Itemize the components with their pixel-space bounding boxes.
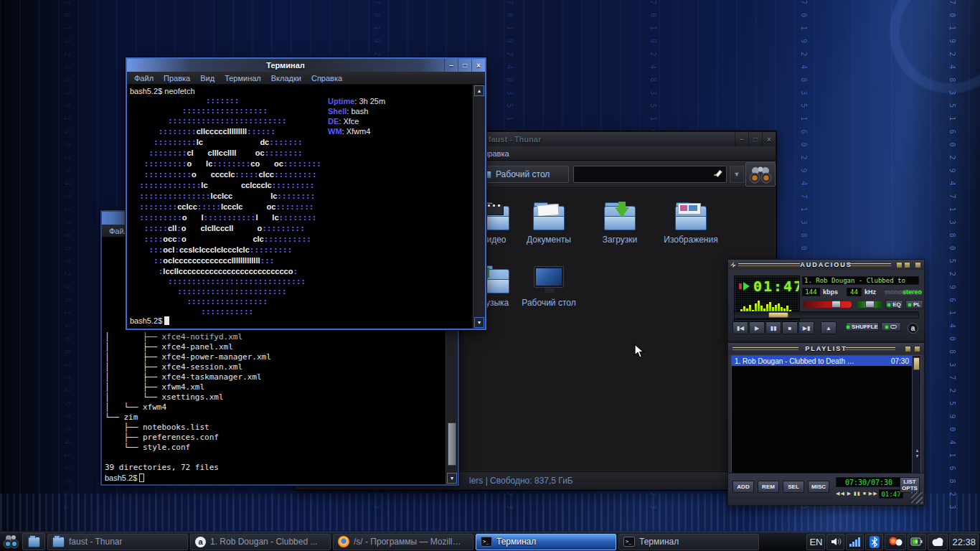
task-thunar[interactable]: faust - Thunar [47, 534, 188, 550]
close-button[interactable]: × [762, 132, 776, 146]
resize-grip[interactable] [911, 492, 923, 504]
menu-help[interactable]: Справка [307, 73, 347, 83]
playlist-entry[interactable]: 1. Rob Dougan - Clubbed to Death … 07:30 [732, 356, 912, 366]
menu-file[interactable]: Файл [130, 73, 158, 83]
scroll-down-icon[interactable]: ▾ [447, 473, 457, 484]
redshift-tray-item[interactable] [885, 534, 906, 550]
weather-tray-item[interactable] [928, 534, 948, 550]
minimize-button[interactable]: – [735, 132, 748, 146]
keyboard-layout-indicator[interactable]: EN [806, 534, 825, 550]
scroll-up-icon[interactable]: ▴ [474, 85, 484, 96]
file-item-downloads[interactable]: Загрузки [585, 200, 654, 245]
pictures-folder-icon [674, 200, 708, 232]
volume-thumb[interactable] [831, 301, 841, 308]
pause-button[interactable]: ▮▮ [765, 321, 781, 334]
terminal-front-scrollbar[interactable]: ▴ ▾ [473, 85, 485, 329]
eject-button[interactable]: ▲ [821, 321, 837, 334]
playlist-toggle-button[interactable]: PL [905, 300, 923, 309]
playlist-bottom-bar: ADD REM SEL MISC 07:30/07:30 ◀◀ ▶ ▮▮ ■ ▶… [728, 473, 924, 505]
system-tray: EN [806, 534, 979, 550]
play-indicator [743, 282, 750, 291]
terminal-front-title: Терминал [127, 61, 444, 70]
play-button[interactable]: ▶ [749, 321, 765, 334]
seek-bar[interactable] [734, 311, 919, 319]
shuffle-button[interactable]: SHUFFLE [846, 322, 879, 331]
maximize-button[interactable]: □ [458, 59, 471, 72]
playlist-list[interactable]: 1. Rob Dougan - Clubbed to Death … 07:30 [731, 355, 913, 474]
list-options-button[interactable]: LISTOPTS [900, 477, 920, 493]
menu-view[interactable]: Вид [196, 73, 219, 83]
taskbar-panel: faust - Thunar a 1. Rob Dougan - Clubbed… [0, 532, 980, 551]
select-button[interactable]: SEL [783, 481, 804, 493]
add-button[interactable]: ADD [732, 481, 754, 493]
playlist-titlebar[interactable]: PLAYLIST [728, 343, 924, 354]
lamp-icon [887, 536, 903, 547]
neofetch-ascii-logo: ::::::: :::::::::::::::::: :::::::::::::… [130, 96, 473, 317]
seek-thumb[interactable] [768, 312, 788, 318]
volume-tray-item[interactable] [826, 534, 844, 550]
song-title-marquee[interactable]: 1. Rob Dougan - Clubbed to [802, 276, 919, 285]
scrollbar-thumb[interactable] [913, 357, 920, 370]
close-button[interactable]: × [471, 59, 485, 72]
audacious-logo: a [908, 323, 918, 334]
menu-terminal[interactable]: Терминал [220, 73, 265, 83]
minimize-button[interactable] [896, 262, 903, 268]
clock[interactable]: 22:38 [949, 534, 979, 550]
next-button[interactable]: ▶▮ [798, 321, 814, 334]
location-button[interactable]: Рабочий стол [474, 166, 569, 183]
file-item-pictures[interactable]: Изображения [656, 200, 725, 245]
pause-indicator [739, 283, 742, 289]
task-terminal-active[interactable]: >_ Терминал [476, 534, 616, 550]
path-dropdown-button[interactable]: ▼ [730, 166, 744, 183]
file-manager-launcher[interactable] [22, 533, 45, 550]
balance-thumb[interactable] [865, 301, 875, 308]
menu-tabs[interactable]: Вкладки [267, 73, 306, 83]
repeat-button[interactable] [881, 322, 901, 331]
audacious-main-window: AUDACIOUS 01:47 1. Rob Dougan - Clubbed … [727, 259, 925, 342]
scrollbar-thumb[interactable] [448, 423, 456, 466]
remove-button[interactable]: REM [758, 481, 779, 493]
task-firefox[interactable]: /s/ - Программы — Mozill… [333, 534, 473, 550]
app-finder-icon [3, 534, 19, 550]
bluetooth-tray-item[interactable] [865, 534, 883, 550]
close-button[interactable] [915, 262, 921, 268]
misc-button[interactable]: MISC [808, 481, 829, 493]
battery-icon [910, 537, 923, 547]
stereo-indicator: stereo [903, 288, 922, 296]
path-input[interactable] [573, 166, 727, 183]
menu-edit[interactable]: Правка [159, 73, 194, 83]
titlebar-ornament [845, 347, 895, 350]
location-button-label: Рабочий стол [496, 169, 550, 179]
downloads-folder-icon [603, 200, 637, 232]
terminal-front-titlebar[interactable]: Терминал – □ × [127, 59, 485, 72]
minimize-button[interactable]: – [444, 59, 458, 72]
shade-button[interactable] [904, 262, 910, 268]
volume-slider[interactable] [803, 301, 852, 308]
close-button[interactable] [914, 346, 920, 352]
file-item-desktop[interactable]: Рабочий стол [514, 263, 583, 308]
balance-slider[interactable] [856, 301, 883, 308]
samplerate-unit: kHz [864, 288, 876, 296]
bluetooth-icon [870, 536, 880, 548]
maximize-button[interactable]: □ [748, 132, 762, 146]
terminal-front-content[interactable]: bash5.2$ neofetch ::::::: ::::::::::::::… [127, 85, 473, 329]
firefox-icon [338, 536, 349, 547]
scroll-down-icon[interactable]: ▾ [474, 317, 484, 328]
app-finder-launcher[interactable] [1, 533, 20, 550]
task-audacious[interactable]: a 1. Rob Dougan - Clubbed ... [190, 534, 331, 550]
task-terminal[interactable]: >_ Терминал [618, 534, 759, 550]
stop-button[interactable]: ■ [782, 321, 798, 334]
shade-button[interactable] [905, 346, 911, 352]
statusbar-text: lers | Свободно: 837,5 ГиБ [469, 476, 573, 486]
battery-tray-item[interactable] [908, 534, 926, 550]
audacious-titlebar[interactable]: AUDACIOUS [728, 260, 924, 270]
playlist-scroll-arrows[interactable]: ▲▼ [915, 448, 920, 459]
equalizer-button[interactable]: EQ [885, 300, 903, 309]
previous-button[interactable]: ▮◀ [732, 321, 748, 334]
terminal-window-front: Терминал – □ × Файл Правка Вид Терминал … [126, 57, 486, 330]
network-tray-item[interactable] [846, 534, 864, 550]
edit-pencil-icon [713, 169, 723, 179]
search-button[interactable] [745, 162, 776, 187]
file-item-documents[interactable]: Документы [514, 200, 583, 245]
bitrate-display: 144 [802, 288, 820, 296]
